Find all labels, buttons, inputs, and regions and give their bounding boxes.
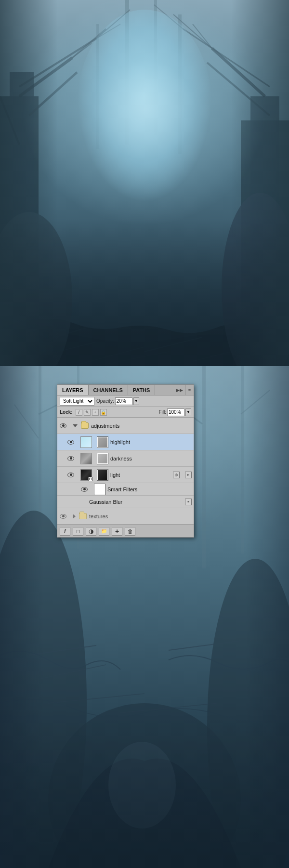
thumbnail-highlight	[80, 436, 92, 448]
add-adjustment-button[interactable]: ◑	[86, 527, 96, 536]
lock-all-button[interactable]: 🔒	[100, 409, 107, 416]
layer-name-light: light	[110, 472, 140, 478]
layer-name-highlight: highlight	[110, 439, 192, 445]
lock-row: Lock: / ✎ + 🔒 Fill: ▼	[57, 407, 194, 418]
layer-row-gaussian-blur[interactable]: Gaussian Blur ≡	[57, 496, 194, 508]
visibility-darkness[interactable]	[67, 455, 75, 462]
opacity-label: Opacity:	[96, 398, 114, 404]
layer-name-darkness: darkness	[110, 456, 192, 461]
add-style-button[interactable]: f	[60, 527, 70, 536]
new-layer-button[interactable]: +	[112, 527, 122, 536]
blend-mode-select[interactable]: Soft Light	[60, 397, 94, 406]
eye-symbol-textures	[60, 514, 66, 519]
layer-row-smart-filters[interactable]: Smart Filters	[57, 483, 194, 496]
expand-adjustments[interactable]	[73, 424, 78, 427]
mask-darkness	[97, 453, 108, 464]
fill-input[interactable]	[167, 408, 184, 416]
layer-name-textures: textures	[89, 513, 192, 519]
eye-symbol-highlight	[67, 440, 74, 445]
fill-control: Fill: ▼	[158, 408, 191, 416]
fill-arrow[interactable]: ▼	[185, 408, 191, 416]
visibility-highlight[interactable]	[67, 438, 75, 446]
canvas-bottom-area: LAYERS CHANNELS PATHS ▶▶ ≡ Soft Light Op…	[0, 366, 289, 868]
gaussian-blur-blend-icon[interactable]: ≡	[185, 499, 192, 505]
layers-panel: LAYERS CHANNELS PATHS ▶▶ ≡ Soft Light Op…	[57, 384, 194, 538]
panel-arrows[interactable]: ▶▶	[174, 385, 185, 395]
eye-symbol-darkness	[67, 456, 74, 461]
delete-layer-button[interactable]: 🗑	[125, 527, 135, 536]
layer-row-light[interactable]: light ◎ ▸	[57, 467, 194, 483]
panel-menu-button[interactable]: ≡	[185, 385, 194, 395]
tab-paths[interactable]: PATHS	[128, 385, 156, 395]
lock-icons: / ✎ + 🔒	[76, 409, 107, 416]
eye-symbol-smart-filters	[81, 487, 88, 492]
layer-name-smart-filters: Smart Filters	[107, 487, 192, 492]
visibility-smart-filters[interactable]	[80, 486, 88, 493]
fill-label: Fill:	[158, 409, 166, 415]
panel-header: LAYERS CHANNELS PATHS ▶▶ ≡	[57, 385, 194, 395]
group-layers-button[interactable]: 📁	[99, 527, 109, 536]
folder-icon-textures	[79, 512, 87, 521]
tab-layers[interactable]: LAYERS	[57, 385, 89, 395]
smart-object-thumb-light	[80, 469, 92, 481]
vignette-overlay	[0, 0, 289, 366]
tab-channels[interactable]: CHANNELS	[89, 385, 128, 395]
lock-label: Lock:	[60, 409, 73, 415]
layer-row-highlight[interactable]: highlight	[57, 434, 194, 450]
chain-icon-light: ▸	[185, 472, 192, 478]
canvas-top	[0, 0, 289, 366]
folder-icon-adjustments	[80, 421, 89, 430]
smart-filter-icon: ◎	[173, 472, 180, 478]
lock-position-button[interactable]: +	[92, 409, 99, 416]
layer-row-adjustments[interactable]: adjustments	[57, 418, 194, 434]
layer-row-darkness[interactable]: darkness	[57, 450, 194, 467]
add-mask-button[interactable]: ◻	[73, 527, 83, 536]
lock-transparency-button[interactable]: /	[76, 409, 82, 416]
opacity-control: Opacity: ▼	[96, 397, 139, 405]
visibility-light[interactable]	[67, 471, 75, 479]
panel-footer: f ◻ ◑ 📁 + 🗑	[57, 525, 194, 537]
visibility-textures[interactable]	[59, 513, 67, 520]
eye-symbol-adjustments	[60, 423, 66, 428]
folder-shape-adjustments	[81, 422, 89, 429]
thumbnail-darkness	[80, 453, 92, 464]
opacity-arrow[interactable]: ▼	[133, 397, 139, 405]
opacity-input[interactable]	[115, 397, 132, 405]
expand-textures[interactable]	[73, 514, 76, 519]
mask-highlight	[97, 436, 108, 448]
layer-name-adjustments: adjustments	[91, 423, 192, 429]
layer-row-textures[interactable]: textures	[57, 508, 194, 525]
blend-opacity-row: Soft Light Opacity: ▼	[57, 395, 194, 407]
visibility-adjustments[interactable]	[59, 422, 67, 430]
layers-list: adjustments highlight	[57, 418, 194, 525]
mask-smart-filters	[94, 484, 105, 495]
eye-symbol-light	[67, 473, 74, 477]
mask-light	[97, 469, 108, 481]
folder-shape-textures	[79, 513, 87, 519]
lock-image-button[interactable]: ✎	[84, 409, 91, 416]
layer-name-gaussian-blur: Gaussian Blur	[89, 499, 135, 505]
